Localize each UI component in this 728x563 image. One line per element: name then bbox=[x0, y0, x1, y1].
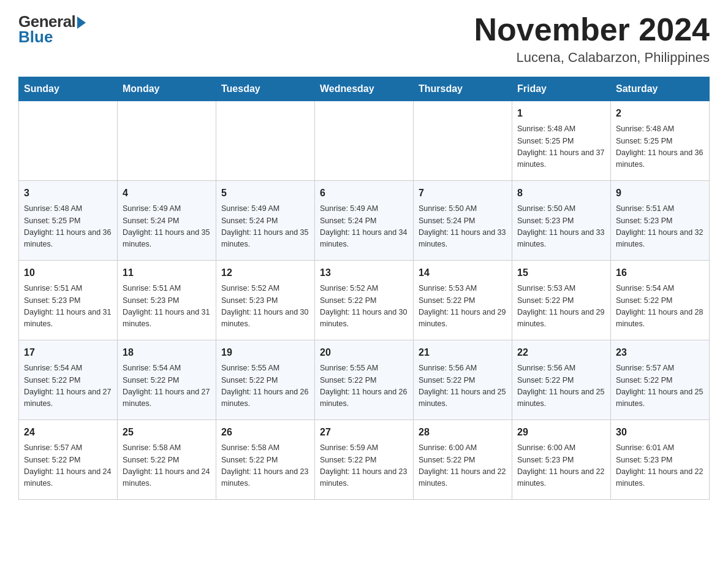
logo: General Blue bbox=[18, 12, 86, 47]
day-info: Sunrise: 5:49 AMSunset: 5:24 PMDaylight:… bbox=[123, 203, 211, 251]
calendar-cell: 9Sunrise: 5:51 AMSunset: 5:23 PMDaylight… bbox=[611, 181, 710, 261]
day-info: Sunrise: 5:58 AMSunset: 5:22 PMDaylight:… bbox=[221, 442, 309, 490]
day-number: 9 bbox=[616, 186, 704, 201]
calendar-header-row: SundayMondayTuesdayWednesdayThursdayFrid… bbox=[19, 77, 710, 101]
day-number: 13 bbox=[320, 266, 408, 280]
weekday-header-friday: Friday bbox=[512, 77, 611, 101]
day-number: 24 bbox=[24, 425, 112, 440]
calendar-cell: 20Sunrise: 5:55 AMSunset: 5:22 PMDayligh… bbox=[315, 340, 414, 420]
day-number: 12 bbox=[221, 266, 309, 280]
day-info: Sunrise: 5:59 AMSunset: 5:22 PMDaylight:… bbox=[320, 442, 408, 490]
day-info: Sunrise: 5:54 AMSunset: 5:22 PMDaylight:… bbox=[24, 362, 112, 410]
day-number: 1 bbox=[517, 106, 605, 121]
day-info: Sunrise: 5:49 AMSunset: 5:24 PMDaylight:… bbox=[320, 203, 408, 251]
day-info: Sunrise: 5:50 AMSunset: 5:23 PMDaylight:… bbox=[517, 203, 605, 251]
day-number: 29 bbox=[517, 425, 605, 440]
calendar-cell: 7Sunrise: 5:50 AMSunset: 5:24 PMDaylight… bbox=[414, 181, 512, 261]
day-number: 19 bbox=[221, 345, 309, 360]
day-info: Sunrise: 5:55 AMSunset: 5:22 PMDaylight:… bbox=[320, 362, 408, 410]
calendar-cell: 29Sunrise: 6:00 AMSunset: 5:23 PMDayligh… bbox=[512, 420, 611, 500]
logo-arrow-icon bbox=[77, 17, 86, 29]
day-number: 26 bbox=[221, 425, 309, 440]
calendar-cell: 24Sunrise: 5:57 AMSunset: 5:22 PMDayligh… bbox=[19, 420, 118, 500]
calendar-table: SundayMondayTuesdayWednesdayThursdayFrid… bbox=[18, 77, 710, 500]
day-number: 2 bbox=[616, 106, 704, 121]
day-info: Sunrise: 6:00 AMSunset: 5:22 PMDaylight:… bbox=[419, 442, 507, 490]
day-info: Sunrise: 5:51 AMSunset: 5:23 PMDaylight:… bbox=[616, 203, 704, 251]
calendar-cell bbox=[216, 101, 315, 181]
calendar-cell bbox=[118, 101, 216, 181]
day-info: Sunrise: 5:55 AMSunset: 5:22 PMDaylight:… bbox=[221, 362, 309, 410]
calendar-cell: 3Sunrise: 5:48 AMSunset: 5:25 PMDaylight… bbox=[19, 181, 118, 261]
day-number: 3 bbox=[24, 186, 112, 201]
calendar-cell bbox=[414, 101, 512, 181]
day-number: 22 bbox=[517, 345, 605, 360]
day-info: Sunrise: 5:48 AMSunset: 5:25 PMDaylight:… bbox=[616, 123, 704, 171]
calendar-cell: 13Sunrise: 5:52 AMSunset: 5:22 PMDayligh… bbox=[315, 261, 414, 340]
day-info: Sunrise: 5:51 AMSunset: 5:23 PMDaylight:… bbox=[24, 283, 112, 331]
calendar-title: November 2024 bbox=[474, 12, 710, 47]
weekday-header-sunday: Sunday bbox=[19, 77, 118, 101]
day-number: 25 bbox=[123, 425, 211, 440]
day-number: 18 bbox=[123, 345, 211, 360]
day-info: Sunrise: 5:48 AMSunset: 5:25 PMDaylight:… bbox=[24, 203, 112, 251]
day-number: 23 bbox=[616, 345, 704, 360]
weekday-header-wednesday: Wednesday bbox=[315, 77, 414, 101]
day-info: Sunrise: 6:01 AMSunset: 5:23 PMDaylight:… bbox=[616, 442, 704, 490]
day-number: 8 bbox=[517, 186, 605, 201]
day-number: 7 bbox=[419, 186, 507, 201]
weekday-header-saturday: Saturday bbox=[611, 77, 710, 101]
title-area: November 2024 Lucena, Calabarzon, Philip… bbox=[474, 12, 710, 66]
day-info: Sunrise: 5:52 AMSunset: 5:22 PMDaylight:… bbox=[320, 283, 408, 331]
day-number: 17 bbox=[24, 345, 112, 360]
calendar-cell: 30Sunrise: 6:01 AMSunset: 5:23 PMDayligh… bbox=[611, 420, 710, 500]
calendar-cell: 17Sunrise: 5:54 AMSunset: 5:22 PMDayligh… bbox=[19, 340, 118, 420]
calendar-cell: 18Sunrise: 5:54 AMSunset: 5:22 PMDayligh… bbox=[118, 340, 216, 420]
day-info: Sunrise: 5:56 AMSunset: 5:22 PMDaylight:… bbox=[419, 362, 507, 410]
day-info: Sunrise: 5:57 AMSunset: 5:22 PMDaylight:… bbox=[616, 362, 704, 410]
day-number: 20 bbox=[320, 345, 408, 360]
calendar-cell: 6Sunrise: 5:49 AMSunset: 5:24 PMDaylight… bbox=[315, 181, 414, 261]
calendar-cell: 28Sunrise: 6:00 AMSunset: 5:22 PMDayligh… bbox=[414, 420, 512, 500]
calendar-cell: 4Sunrise: 5:49 AMSunset: 5:24 PMDaylight… bbox=[118, 181, 216, 261]
calendar-cell: 8Sunrise: 5:50 AMSunset: 5:23 PMDaylight… bbox=[512, 181, 611, 261]
calendar-cell: 11Sunrise: 5:51 AMSunset: 5:23 PMDayligh… bbox=[118, 261, 216, 340]
calendar-cell: 22Sunrise: 5:56 AMSunset: 5:22 PMDayligh… bbox=[512, 340, 611, 420]
day-number: 21 bbox=[419, 345, 507, 360]
day-info: Sunrise: 5:58 AMSunset: 5:22 PMDaylight:… bbox=[123, 442, 211, 490]
calendar-cell: 5Sunrise: 5:49 AMSunset: 5:24 PMDaylight… bbox=[216, 181, 315, 261]
day-number: 27 bbox=[320, 425, 408, 440]
day-info: Sunrise: 5:54 AMSunset: 5:22 PMDaylight:… bbox=[123, 362, 211, 410]
calendar-cell: 15Sunrise: 5:53 AMSunset: 5:22 PMDayligh… bbox=[512, 261, 611, 340]
day-info: Sunrise: 5:49 AMSunset: 5:24 PMDaylight:… bbox=[221, 203, 309, 251]
logo-blue-text: Blue bbox=[18, 28, 53, 47]
calendar-cell: 21Sunrise: 5:56 AMSunset: 5:22 PMDayligh… bbox=[414, 340, 512, 420]
calendar-cell: 16Sunrise: 5:54 AMSunset: 5:22 PMDayligh… bbox=[611, 261, 710, 340]
calendar-cell: 10Sunrise: 5:51 AMSunset: 5:23 PMDayligh… bbox=[19, 261, 118, 340]
calendar-cell bbox=[19, 101, 118, 181]
calendar-cell bbox=[315, 101, 414, 181]
week-row-3: 10Sunrise: 5:51 AMSunset: 5:23 PMDayligh… bbox=[19, 261, 710, 340]
day-info: Sunrise: 5:53 AMSunset: 5:22 PMDaylight:… bbox=[419, 283, 507, 331]
day-number: 10 bbox=[24, 266, 112, 280]
week-row-4: 17Sunrise: 5:54 AMSunset: 5:22 PMDayligh… bbox=[19, 340, 710, 420]
day-number: 5 bbox=[221, 186, 309, 201]
day-info: Sunrise: 5:57 AMSunset: 5:22 PMDaylight:… bbox=[24, 442, 112, 490]
calendar-cell: 1Sunrise: 5:48 AMSunset: 5:25 PMDaylight… bbox=[512, 101, 611, 181]
weekday-header-thursday: Thursday bbox=[414, 77, 512, 101]
calendar-cell: 26Sunrise: 5:58 AMSunset: 5:22 PMDayligh… bbox=[216, 420, 315, 500]
page-header: General Blue November 2024 Lucena, Calab… bbox=[18, 12, 710, 66]
day-number: 4 bbox=[123, 186, 211, 201]
day-number: 16 bbox=[616, 266, 704, 280]
day-info: Sunrise: 6:00 AMSunset: 5:23 PMDaylight:… bbox=[517, 442, 605, 490]
day-info: Sunrise: 5:53 AMSunset: 5:22 PMDaylight:… bbox=[517, 283, 605, 331]
calendar-cell: 19Sunrise: 5:55 AMSunset: 5:22 PMDayligh… bbox=[216, 340, 315, 420]
weekday-header-tuesday: Tuesday bbox=[216, 77, 315, 101]
day-number: 30 bbox=[616, 425, 704, 440]
calendar-cell: 25Sunrise: 5:58 AMSunset: 5:22 PMDayligh… bbox=[118, 420, 216, 500]
day-info: Sunrise: 5:50 AMSunset: 5:24 PMDaylight:… bbox=[419, 203, 507, 251]
day-info: Sunrise: 5:48 AMSunset: 5:25 PMDaylight:… bbox=[517, 123, 605, 171]
week-row-5: 24Sunrise: 5:57 AMSunset: 5:22 PMDayligh… bbox=[19, 420, 710, 500]
calendar-subtitle: Lucena, Calabarzon, Philippines bbox=[474, 50, 710, 66]
calendar-cell: 12Sunrise: 5:52 AMSunset: 5:23 PMDayligh… bbox=[216, 261, 315, 340]
